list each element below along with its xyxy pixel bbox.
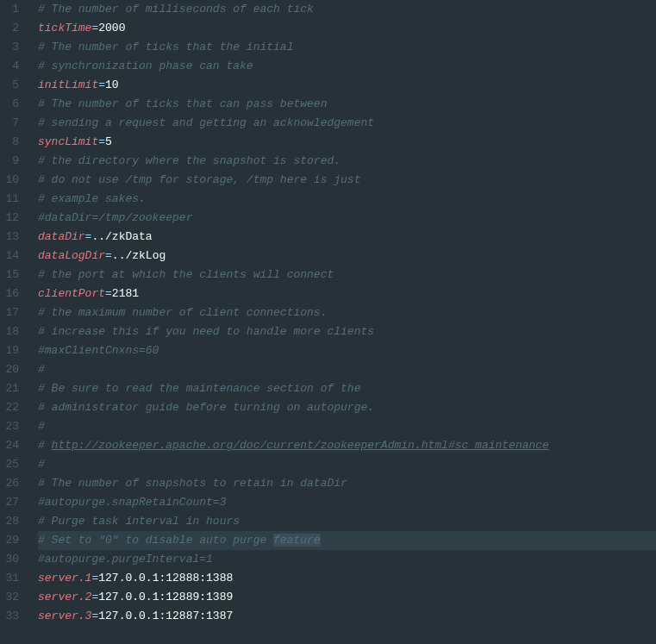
key-token: syncLimit: [38, 135, 98, 148]
comment-token: feature: [273, 534, 321, 547]
line-number: 2: [0, 19, 19, 38]
code-line[interactable]: # synchronization phase can take: [38, 57, 656, 76]
code-line[interactable]: # example sakes.: [38, 190, 656, 209]
code-line[interactable]: # The number of milliseconds of each tic…: [38, 0, 656, 19]
line-number: 4: [0, 57, 19, 76]
code-line[interactable]: # The number of ticks that the initial: [38, 38, 656, 57]
code-line[interactable]: # http://zookeeper.apache.org/doc/curren…: [38, 436, 656, 455]
comment-token: #: [38, 363, 45, 376]
link-token: http://zookeeper.apache.org/doc/current/…: [52, 439, 549, 452]
code-line[interactable]: # increase this if you need to handle mo…: [38, 322, 656, 341]
code-line[interactable]: #: [38, 360, 656, 379]
key-token: tickTime: [38, 22, 91, 34]
code-line[interactable]: # do not use /tmp for storage, /tmp here…: [38, 171, 656, 190]
code-line[interactable]: #maxClientCnxns=60: [38, 341, 656, 360]
val-token: 127.0.0.1:12888:1388: [98, 572, 233, 585]
line-number: 30: [0, 550, 19, 569]
line-number: 16: [0, 284, 19, 303]
code-line[interactable]: server.1=127.0.0.1:12888:1388: [38, 569, 656, 588]
code-line[interactable]: dataLogDir=../zkLog: [38, 247, 656, 266]
comment-token: #autopurge.purgeInterval=1: [38, 553, 213, 566]
comment-token: # sending a request and getting an ackno…: [38, 116, 374, 129]
code-line[interactable]: clientPort=2181: [38, 284, 656, 303]
code-line[interactable]: # Set to "0" to disable auto purge featu…: [38, 531, 656, 550]
comment-token: # The number of ticks that the initial: [38, 41, 300, 53]
code-line[interactable]: # the directory where the snapshot is st…: [38, 152, 656, 171]
code-line[interactable]: #autopurge.purgeInterval=1: [38, 550, 656, 569]
line-number: 21: [0, 379, 19, 398]
code-line[interactable]: # the maximum number of client connectio…: [38, 303, 656, 322]
code-line[interactable]: server.3=127.0.0.1:12887:1387: [38, 607, 656, 626]
code-line[interactable]: tickTime=2000: [38, 19, 656, 38]
comment-token: # increase this if you need to handle mo…: [38, 325, 374, 338]
comment-token: #: [38, 420, 45, 433]
key-token: server.2: [38, 591, 91, 603]
line-number: 27: [0, 493, 19, 512]
line-number: 1: [0, 0, 19, 19]
line-number: 6: [0, 95, 19, 114]
key-token: server.3: [38, 610, 91, 622]
val-token: ../zkData: [91, 230, 152, 243]
line-number: 23: [0, 417, 19, 436]
code-line[interactable]: # The number of ticks that can pass betw…: [38, 95, 656, 114]
line-number: 3: [0, 38, 19, 57]
line-number: 18: [0, 322, 19, 341]
line-number: 13: [0, 228, 19, 247]
comment-token: # Be sure to read the maintenance sectio…: [38, 382, 367, 395]
comment-token: # example sakes.: [38, 192, 146, 205]
line-number-gutter: 1234567891011121314151617181920212223242…: [0, 0, 28, 644]
comment-token: # The number of milliseconds of each tic…: [38, 3, 314, 16]
line-number: 17: [0, 303, 19, 322]
eq-token: =: [98, 78, 105, 91]
comment-token: # do not use /tmp for storage, /tmp here…: [38, 173, 367, 186]
comment-token: #: [38, 439, 52, 452]
eq-token: =: [105, 249, 112, 262]
comment-token: #autopurge.snapRetainCount=3: [38, 496, 226, 509]
comment-token: # The number of snapshots to retain in d…: [38, 477, 347, 490]
code-line[interactable]: #: [38, 455, 656, 474]
code-line[interactable]: # Be sure to read the maintenance sectio…: [38, 379, 656, 398]
comment-token: # synchronization phase can take: [38, 59, 253, 72]
comment-token: # Purge task interval in hours: [38, 515, 240, 528]
line-number: 29: [0, 531, 19, 550]
code-line[interactable]: # the port at which the clients will con…: [38, 266, 656, 284]
code-line[interactable]: # The number of snapshots to retain in d…: [38, 474, 656, 493]
code-line[interactable]: # sending a request and getting an ackno…: [38, 114, 656, 133]
line-number: 28: [0, 512, 19, 531]
code-line[interactable]: initLimit=10: [38, 76, 656, 95]
code-line[interactable]: syncLimit=5: [38, 133, 656, 152]
line-number: 9: [0, 152, 19, 171]
code-line[interactable]: #autopurge.snapRetainCount=3: [38, 493, 656, 512]
comment-token: # the maximum number of client connectio…: [38, 306, 327, 319]
key-token: clientPort: [38, 287, 105, 300]
line-number: 33: [0, 607, 19, 626]
key-token: dataLogDir: [38, 249, 105, 262]
comment-token: # the directory where the snapshot is st…: [38, 154, 340, 167]
key-token: server.1: [38, 572, 91, 585]
comment-token: # The number of ticks that can pass betw…: [38, 97, 334, 110]
val-token: 10: [105, 78, 119, 91]
comment-token: #dataDir=/tmp/zookeeper: [38, 211, 192, 224]
line-number: 19: [0, 341, 19, 360]
comment-token: # the port at which the clients will con…: [38, 268, 334, 281]
code-line[interactable]: # administrator guide before turning on …: [38, 398, 656, 417]
code-editor[interactable]: 1234567891011121314151617181920212223242…: [0, 0, 656, 644]
eq-token: =: [98, 135, 105, 148]
code-line[interactable]: #dataDir=/tmp/zookeeper: [38, 209, 656, 228]
line-number: 11: [0, 190, 19, 209]
val-token: 5: [105, 135, 112, 148]
code-area[interactable]: # The number of milliseconds of each tic…: [28, 0, 656, 644]
key-token: initLimit: [38, 78, 98, 91]
line-number: 26: [0, 474, 19, 493]
code-line[interactable]: dataDir=../zkData: [38, 228, 656, 247]
comment-token: # administrator guide before turning on …: [38, 401, 374, 414]
val-token: ../zkLog: [112, 249, 166, 262]
line-number: 31: [0, 569, 19, 588]
line-number: 12: [0, 209, 19, 228]
code-line[interactable]: server.2=127.0.0.1:12889:1389: [38, 588, 656, 607]
line-number: 10: [0, 171, 19, 190]
code-line[interactable]: # Purge task interval in hours: [38, 512, 656, 531]
comment-token: # Set to "0" to disable auto purge: [38, 534, 273, 547]
code-line[interactable]: #: [38, 417, 656, 436]
val-token: 2181: [112, 287, 139, 300]
